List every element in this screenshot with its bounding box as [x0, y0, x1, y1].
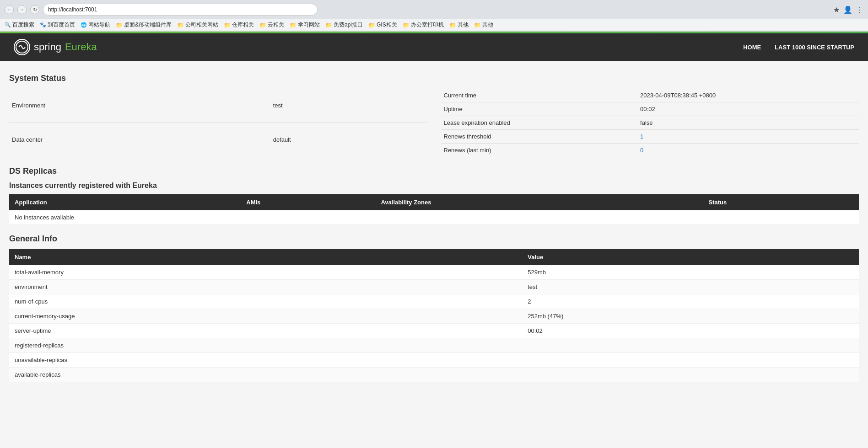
- info-value-cell: [522, 338, 859, 353]
- browser-top-bar: ← → ↻ http://localhost:7001 ★ 👤 ⋮: [0, 0, 868, 19]
- table-row: Uptime 00:02: [441, 102, 859, 116]
- status-left-table: Environment test Data center default: [9, 89, 427, 157]
- folder-icon: 📁: [474, 22, 481, 28]
- folder-icon: 📁: [224, 22, 231, 28]
- bookmark-warehouse[interactable]: 📁 仓库相关: [224, 21, 254, 29]
- info-value-cell: [522, 353, 859, 368]
- uptime-value: 00:02: [637, 102, 859, 116]
- bookmark-other2[interactable]: 📁 其他: [474, 21, 493, 29]
- browser-chrome: ← → ↻ http://localhost:7001 ★ 👤 ⋮ 🔍 百度搜索…: [0, 0, 868, 32]
- table-row: total-avail-memory529mb: [9, 265, 859, 280]
- back-button[interactable]: ←: [5, 5, 14, 14]
- info-name-cell: available-replicas: [9, 368, 522, 382]
- table-row: current-memory-usage252mb (47%): [9, 309, 859, 324]
- lease-value: false: [637, 116, 859, 130]
- url-text: http://localhost:7001: [48, 6, 97, 13]
- bookmark-baiduhome[interactable]: 🐾 到百度首页: [40, 21, 75, 29]
- col-application: Application: [9, 194, 241, 210]
- info-name-cell: current-memory-usage: [9, 309, 522, 324]
- instances-title: Instances currently registered with Eure…: [9, 181, 859, 190]
- info-value-cell: 2: [522, 294, 859, 309]
- col-value: Value: [522, 249, 859, 265]
- info-name-cell: server-uptime: [9, 324, 522, 338]
- bookmark-printer[interactable]: 📁 办公室打印机: [403, 21, 444, 29]
- info-value-cell: 529mb: [522, 265, 859, 280]
- bookmark-cloud[interactable]: 📁 云相关: [259, 21, 284, 29]
- info-name-cell: registered-replicas: [9, 338, 522, 353]
- bookmark-learning[interactable]: 📁 学习网站: [290, 21, 320, 29]
- datacenter-label: Data center: [9, 123, 270, 157]
- env-label: Environment: [9, 89, 270, 123]
- info-name-cell: unavailable-replicas: [9, 353, 522, 368]
- ds-replicas-title: DS Replicas: [9, 166, 859, 176]
- col-status: Status: [703, 194, 859, 210]
- table-row: Current time 2023-04-09T08:38:45 +0800: [441, 89, 859, 102]
- home-link[interactable]: HOME: [743, 44, 761, 51]
- instances-table: Application AMIs Availability Zones Stat…: [9, 194, 859, 225]
- menu-icon: ⋮: [856, 5, 863, 14]
- renews-threshold-label: Renews threshold: [441, 130, 638, 144]
- address-bar[interactable]: http://localhost:7001: [43, 4, 318, 16]
- bookmark-icon: 🌐: [81, 22, 87, 28]
- navbar-links: HOME LAST 1000 SINCE STARTUP: [743, 44, 854, 51]
- bookmark-baidusearch[interactable]: 🔍 百度搜索: [5, 21, 34, 29]
- bookmark-nav[interactable]: 🌐 网站导航: [81, 21, 110, 29]
- bookmark-icon: 🐾: [40, 22, 46, 28]
- brand: spring Eureka: [14, 39, 97, 55]
- renews-threshold-link[interactable]: 1: [640, 133, 643, 140]
- no-instances-row: No instances available: [9, 210, 859, 225]
- col-amis: AMIs: [241, 194, 375, 210]
- bookmark-api[interactable]: 📁 免费api接口: [325, 21, 363, 29]
- info-name-cell: num-of-cpus: [9, 294, 522, 309]
- system-status-grid: Environment test Data center default Cur…: [9, 89, 859, 157]
- bookmark-desktop[interactable]: 📁 桌面&移动端组件库: [116, 21, 172, 29]
- info-value-cell: [522, 368, 859, 382]
- table-row: environmenttest: [9, 280, 859, 294]
- table-row: unavailable-replicas: [9, 353, 859, 368]
- bookmark-icon: 🔍: [5, 22, 11, 28]
- table-row: available-replicas: [9, 368, 859, 382]
- brand-spring-text: spring: [34, 41, 61, 53]
- col-availability-zones: Availability Zones: [375, 194, 703, 210]
- renews-lastmin-link[interactable]: 0: [640, 147, 643, 154]
- table-row: Data center default: [9, 123, 427, 157]
- col-name: Name: [9, 249, 522, 265]
- last1000-link[interactable]: LAST 1000 SINCE STARTUP: [775, 44, 854, 51]
- forward-button[interactable]: →: [17, 5, 27, 14]
- info-value-cell: 252mb (47%): [522, 309, 859, 324]
- instances-section: Instances currently registered with Eure…: [9, 181, 859, 225]
- folder-icon: 📁: [259, 22, 266, 28]
- folder-icon: 📁: [290, 22, 297, 28]
- system-status-title: System Status: [9, 74, 859, 83]
- renews-lastmin-label: Renews (last min): [441, 144, 638, 157]
- general-info-table: Name Value total-avail-memory529mbenviro…: [9, 249, 859, 382]
- table-row: Renews (last min) 0: [441, 144, 859, 157]
- instances-header-row: Application AMIs Availability Zones Stat…: [9, 194, 859, 210]
- bookmark-other1[interactable]: 📁 其他: [449, 21, 469, 29]
- current-time-label: Current time: [441, 89, 638, 102]
- env-value: test: [270, 89, 427, 123]
- table-row: registered-replicas: [9, 338, 859, 353]
- main-content: System Status Environment test Data cent…: [0, 61, 868, 391]
- profile-icon: 👤: [843, 5, 852, 14]
- table-row: Lease expiration enabled false: [441, 116, 859, 130]
- info-value-cell: test: [522, 280, 859, 294]
- folder-icon: 📁: [177, 22, 184, 28]
- general-info-header-row: Name Value: [9, 249, 859, 265]
- navbar: spring Eureka HOME LAST 1000 SINCE START…: [0, 33, 868, 61]
- table-row: num-of-cpus2: [9, 294, 859, 309]
- reload-button[interactable]: ↻: [30, 5, 39, 14]
- info-value-cell: 00:02: [522, 324, 859, 338]
- bookmark-company[interactable]: 📁 公司相关网站: [177, 21, 218, 29]
- table-row: Renews threshold 1: [441, 130, 859, 144]
- bookmark-gis[interactable]: 📁 GIS相关: [368, 21, 397, 29]
- bookmarks-bar: 🔍 百度搜索 🐾 到百度首页 🌐 网站导航 📁 桌面&移动端组件库 📁 公司相关…: [0, 19, 868, 31]
- folder-icon: 📁: [403, 22, 410, 28]
- no-instances-message: No instances available: [9, 210, 859, 225]
- folder-icon: 📁: [368, 22, 375, 28]
- current-time-value: 2023-04-09T08:38:45 +0800: [637, 89, 859, 102]
- extensions-icon: ★: [833, 5, 840, 14]
- table-row: Environment test: [9, 89, 427, 123]
- brand-logo: [14, 39, 30, 55]
- folder-icon: 📁: [325, 22, 332, 28]
